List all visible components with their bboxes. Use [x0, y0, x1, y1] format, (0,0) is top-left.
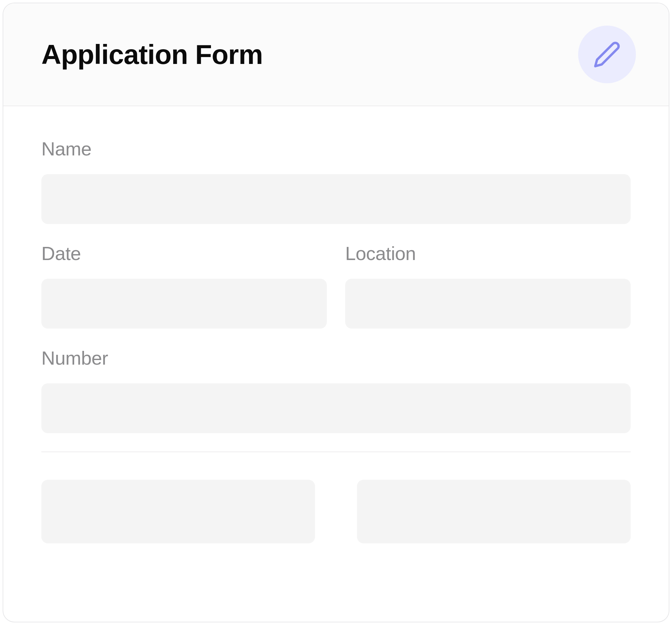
card-body: Name Date Location Number: [3, 106, 669, 543]
name-input[interactable]: [41, 174, 631, 224]
field-date: Date: [41, 242, 327, 329]
field-name: Name: [41, 138, 631, 224]
row-number: Number: [41, 347, 631, 433]
date-input[interactable]: [41, 279, 327, 329]
number-input[interactable]: [41, 383, 631, 433]
row-name: Name: [41, 138, 631, 224]
location-label: Location: [345, 242, 631, 264]
action-button-right[interactable]: [357, 480, 631, 543]
divider: [41, 452, 631, 452]
edit-button[interactable]: [578, 26, 636, 83]
location-input[interactable]: [345, 279, 631, 329]
name-label: Name: [41, 138, 631, 160]
button-row: [41, 480, 631, 543]
pencil-icon: [593, 40, 621, 69]
card-header: Application Form: [3, 3, 669, 106]
application-form-card: Application Form Name Date Location: [3, 3, 669, 622]
field-location: Location: [345, 242, 631, 329]
page-title: Application Form: [41, 39, 263, 71]
action-button-left[interactable]: [41, 480, 315, 543]
number-label: Number: [41, 347, 631, 369]
date-label: Date: [41, 242, 327, 264]
row-date-location: Date Location: [41, 242, 631, 329]
field-number: Number: [41, 347, 631, 433]
